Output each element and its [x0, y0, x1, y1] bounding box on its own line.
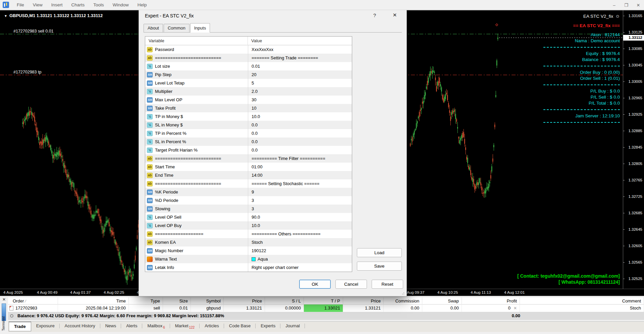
terminal-tab-news[interactable]: News — [100, 322, 121, 330]
ok-button[interactable]: OK — [299, 280, 331, 289]
tab-common[interactable]: Common — [164, 24, 190, 32]
input-row[interactable]: ½Lot size0.01 — [145, 62, 352, 70]
value-cell[interactable]: 30 — [248, 96, 352, 104]
terminal-tab-articles[interactable]: Articles — [200, 322, 224, 330]
column-header-profit[interactable]: Profit — [462, 297, 520, 305]
input-row[interactable]: 123Pip Step20 — [145, 70, 352, 79]
menu-help[interactable]: Help — [133, 0, 151, 10]
help-button[interactable]: ? — [371, 12, 378, 18]
resize-grip[interactable] — [402, 291, 405, 295]
input-row[interactable]: ½SL in Money $0.0 — [145, 121, 352, 129]
input-row[interactable]: 123%K Periode9 — [145, 188, 352, 196]
input-row[interactable]: abPasswordXxxXxxXxx — [145, 45, 352, 54]
menu-insert[interactable]: Insert — [47, 0, 67, 10]
input-row[interactable]: abEnd Time14:00 — [145, 171, 352, 179]
input-row[interactable]: Warna TextAqua — [145, 255, 352, 263]
value-cell[interactable]: ========== Time Filter ========== — [248, 154, 352, 163]
value-cell[interactable]: 3 — [248, 196, 352, 205]
reset-button[interactable]: Reset — [372, 280, 403, 289]
menu-window[interactable]: Window — [108, 0, 133, 10]
tab-inputs[interactable]: Inputs — [190, 23, 210, 33]
column-header-price[interactable]: Price — [343, 297, 384, 305]
value-cell[interactable]: 0.0 — [248, 137, 352, 146]
column-header-swap[interactable]: Swap — [422, 297, 462, 305]
terminal-tab-market[interactable]: Market122 — [170, 322, 200, 330]
input-row[interactable]: 123Max Level OP30 — [145, 96, 352, 104]
terminal-tab-experts[interactable]: Experts — [256, 322, 280, 330]
input-row[interactable]: 123%D Periode3 — [145, 196, 352, 205]
input-row[interactable]: 123Level Lot Tetap5 — [145, 79, 352, 87]
value-cell[interactable]: 90.0 — [248, 213, 352, 221]
value-cell[interactable]: 01:00 — [248, 163, 352, 171]
dialog-close-button[interactable]: ✕ — [390, 12, 399, 18]
input-row[interactable]: 123Magic Number190122 — [145, 246, 352, 255]
column-header-type[interactable]: Type — [129, 297, 163, 305]
value-cell[interactable]: 0.0 — [248, 129, 352, 137]
input-row[interactable]: ½Target Profit Harian %0.0 — [145, 146, 352, 154]
value-cell[interactable]: ========== Others =========== — [248, 230, 352, 238]
column-header-symbol[interactable]: Symbol — [191, 297, 224, 305]
dialog-title-bar[interactable]: Expert - EA STC V2_fix ? ✕ — [139, 9, 407, 22]
restore-window-button[interactable]: ❐ — [624, 3, 629, 8]
value-cell[interactable]: 20 — [248, 70, 352, 79]
column-header-comment[interactable]: Comment — [520, 297, 644, 305]
close-window-button[interactable]: ✕ — [636, 3, 641, 8]
input-row[interactable]: abKomen EAStoch — [145, 238, 352, 246]
save-button[interactable]: Save — [357, 262, 402, 271]
value-cell[interactable]: 10 — [248, 104, 352, 112]
menu-tools[interactable]: Tools — [89, 0, 108, 10]
terminal-tab-exposure[interactable]: Exposure — [31, 322, 60, 330]
tab-about[interactable]: About — [144, 24, 163, 32]
order-row[interactable]: 1727029832025.08.04 12:19:00sell0.01gbpu… — [8, 304, 644, 312]
menu-charts[interactable]: Charts — [67, 0, 89, 10]
input-row[interactable]: ½Multiplier2.0 — [145, 87, 352, 96]
column-header-commission[interactable]: Commission — [384, 297, 422, 305]
terminal-tab-mailbox[interactable]: Mailbox6 — [142, 322, 170, 330]
input-row[interactable]: ½TP in Percent %0.0 — [145, 129, 352, 137]
input-row[interactable]: 123Slowing3 — [145, 205, 352, 213]
value-cell[interactable]: Aqua — [248, 255, 352, 263]
input-row[interactable]: ½Level OP Sell90.0 — [145, 213, 352, 221]
input-row[interactable]: ½TP in Money $10.0 — [145, 112, 352, 121]
terminal-tab-journal[interactable]: Journal — [280, 322, 305, 330]
value-cell[interactable]: 2.0 — [248, 87, 352, 96]
value-cell[interactable]: 10.0 — [248, 112, 352, 121]
price-axis[interactable]: 1.331651.331251.330851.330451.330051.329… — [623, 10, 644, 289]
value-cell[interactable]: 0.0 — [248, 121, 352, 129]
column-header-order[interactable]: Order⁄ — [8, 297, 58, 305]
input-row[interactable]: ½Level OP Buy10.0 — [145, 221, 352, 230]
column-header-size[interactable]: Size — [163, 297, 191, 305]
terminal-tab-code-base[interactable]: Code Base — [224, 322, 256, 330]
terminal-tab-account-history[interactable]: Account History — [60, 322, 100, 330]
value-cell[interactable]: Right upper chart corner — [248, 263, 352, 272]
value-cell[interactable]: Stoch — [248, 238, 352, 246]
input-row[interactable]: ab==================================== T… — [145, 154, 352, 163]
value-cell[interactable]: 3 — [248, 205, 352, 213]
column-header-tp[interactable]: T / P — [304, 297, 343, 305]
column-header-price[interactable]: Price — [224, 297, 265, 305]
input-row[interactable]: ab================================ Setti… — [145, 179, 352, 188]
load-button[interactable]: Load — [357, 248, 402, 257]
input-row[interactable]: ½SL in Percent %0.0 — [145, 137, 352, 146]
value-cell[interactable]: 9 — [248, 188, 352, 196]
value-cell[interactable]: ======= Setting Trade ======== — [248, 54, 352, 62]
close-order-icon[interactable]: ✕ — [514, 304, 517, 312]
menu-file[interactable]: File — [12, 0, 29, 10]
input-row[interactable]: 123Take Profit10 — [145, 104, 352, 112]
value-cell[interactable]: 0.01 — [248, 62, 352, 70]
terminal-tab-trade[interactable]: Trade — [9, 322, 31, 331]
value-cell[interactable]: ====== Setting Stochastic ====== — [248, 179, 352, 188]
chevron-down-icon[interactable]: ▼ — [4, 14, 7, 18]
input-row[interactable]: ab================================= Sett… — [145, 54, 352, 62]
minimize-window-button[interactable]: – — [612, 3, 616, 8]
value-cell[interactable]: 190122 — [248, 246, 352, 255]
value-cell[interactable]: 0.0 — [248, 146, 352, 154]
value-cell[interactable]: 10.0 — [248, 221, 352, 230]
cancel-button[interactable]: Cancel — [335, 280, 367, 289]
input-row[interactable]: ab============================= Others =… — [145, 230, 352, 238]
column-header-time[interactable]: Time — [58, 297, 129, 305]
menu-view[interactable]: View — [29, 0, 47, 10]
value-cell[interactable]: XxxXxxXxx — [248, 45, 352, 54]
input-row[interactable]: abStart Time01:00 — [145, 163, 352, 171]
input-row[interactable]: 123Letak InfoRight upper chart corner — [145, 263, 352, 272]
